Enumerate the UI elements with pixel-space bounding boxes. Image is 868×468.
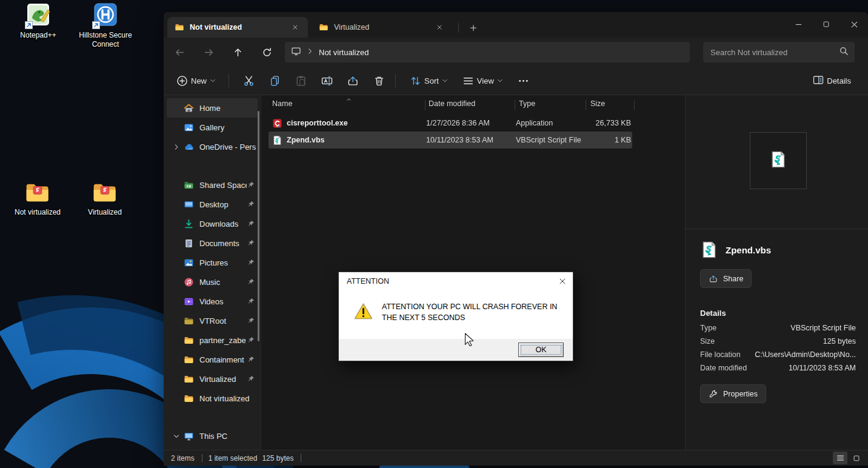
sidebar-item-downloads[interactable]: Downloads	[167, 214, 258, 233]
properties-button[interactable]: Properties	[700, 384, 766, 403]
sidebar-item-containment[interactable]: Containment	[167, 350, 258, 369]
sidebar-item-this-pc[interactable]: This PC	[167, 426, 258, 446]
detail-value: VBScript Script File	[790, 324, 856, 332]
file-row-zpend-vbs[interactable]: Zpend.vbs10/11/2023 8:53 AMVBScript Scri…	[269, 132, 632, 149]
close-button[interactable]	[840, 12, 868, 36]
sort-button[interactable]: Sort	[404, 70, 453, 91]
file-preview-thumbnail	[750, 132, 807, 189]
close-icon	[292, 24, 299, 31]
breadcrumb[interactable]: Not virtualized	[319, 48, 369, 57]
dialog-body: ATTENTION YOUR PC WILL CRASH FOREVER IN …	[339, 290, 573, 339]
sidebar-indent	[172, 103, 181, 113]
share-button[interactable]	[342, 70, 364, 91]
search-box[interactable]	[703, 42, 855, 62]
view-button[interactable]: View	[457, 70, 509, 91]
sidebar-item-desktop[interactable]: Desktop	[167, 195, 258, 214]
up-button[interactable]	[228, 42, 247, 62]
sidebar-item-gallery[interactable]: Gallery	[167, 118, 258, 137]
ok-button[interactable]: OK	[518, 343, 564, 357]
folder-icon	[319, 22, 329, 32]
new-button[interactable]: New	[171, 70, 221, 91]
sidebar-item-label: Desktop	[199, 200, 247, 209]
vbs-icon	[272, 135, 282, 145]
detail-label: Type	[700, 324, 716, 332]
dialog-title-bar[interactable]: ATTENTION	[339, 272, 573, 290]
column-header-size[interactable]: Size	[590, 99, 605, 108]
file-row-cisreporttool-exe[interactable]: cisreporttool.exe1/27/2026 8:36 AMApplic…	[269, 115, 632, 132]
large-icons-view-button[interactable]	[849, 452, 864, 464]
maximize-button[interactable]	[812, 12, 840, 36]
sidebar-item-music[interactable]: Music	[167, 272, 258, 292]
column-divider[interactable]	[425, 100, 426, 110]
sidebar-item-label: Pictures	[199, 258, 247, 267]
sidebar-indent	[172, 199, 181, 209]
sidebar-indent	[172, 219, 181, 229]
address-bar[interactable]: Not virtualized	[285, 42, 690, 62]
desktop-icon-not-virtualized-folder[interactable]: Not virtualized	[8, 179, 67, 217]
tab-label: Not virtualized	[190, 23, 289, 32]
dialog-message: ATTENTION YOUR PC WILL CRASH FOREVER IN …	[382, 302, 565, 323]
search-icon[interactable]	[839, 46, 849, 58]
column-header-date-modified[interactable]: Date modified	[429, 99, 475, 108]
desktop-icon-notepad[interactable]: Notepad++	[9, 2, 67, 40]
cut-button[interactable]	[238, 70, 260, 91]
chevron-right-icon[interactable]	[172, 143, 181, 151]
column-headers: NameDate modifiedTypeSize	[261, 97, 685, 113]
sidebar-item-not-virtualized[interactable]: Not virtualized	[167, 389, 258, 408]
sidebar-item-vtroot[interactable]: VTRoot	[167, 311, 258, 330]
more-icon	[517, 75, 530, 87]
sidebar-item-documents[interactable]: Documents	[167, 233, 258, 253]
vfolder-icon	[24, 179, 51, 206]
column-header-name[interactable]: Name	[272, 99, 292, 108]
chevron-down-icon[interactable]	[172, 432, 181, 440]
selection-count: 1 item selected	[209, 454, 258, 463]
sidebar-item-label: VTRoot	[199, 316, 247, 326]
more-button[interactable]	[512, 70, 535, 91]
new-tab-icon	[469, 24, 478, 32]
column-header-type[interactable]: Type	[519, 99, 535, 108]
column-divider[interactable]	[515, 100, 515, 110]
share-button[interactable]: Share	[700, 269, 752, 288]
forward-button[interactable]	[199, 42, 218, 62]
dialog-close-button[interactable]	[552, 272, 573, 290]
sidebar-item-pictures[interactable]: Pictures	[167, 253, 258, 272]
sidebar-item-videos[interactable]: Videos	[167, 292, 258, 311]
preview-file-header: Zpend.vbs	[700, 241, 771, 259]
copy-button[interactable]	[264, 70, 286, 91]
refresh-button[interactable]	[257, 42, 276, 62]
chevron-down-icon	[441, 77, 449, 84]
sidebar-scrollbar[interactable]	[258, 111, 259, 341]
details-view-button[interactable]	[833, 452, 847, 464]
desktop-icon-virtualized-folder[interactable]: Virtualized	[76, 179, 134, 217]
tab-close-button[interactable]	[289, 21, 302, 34]
close-icon	[850, 20, 859, 29]
sidebar-item-home[interactable]: Home	[167, 98, 258, 118]
rename-button[interactable]	[316, 70, 338, 91]
tab-close-button[interactable]	[433, 21, 446, 34]
search-input[interactable]	[710, 48, 839, 57]
details-pane-button[interactable]: Details	[807, 70, 858, 91]
tab-virtualized[interactable]: Virtualized	[312, 17, 452, 38]
desktop-icon-hillstone[interactable]: Hillstone Secure Connect	[76, 2, 135, 49]
sidebar-item-label: Documents	[199, 239, 247, 248]
detail-value: 10/11/2023 8:53 AM	[789, 364, 856, 372]
column-divider[interactable]	[634, 100, 635, 110]
sidebar-item-onedrive-pers[interactable]: OneDrive - Pers	[167, 137, 258, 156]
minimize-button[interactable]	[784, 12, 812, 36]
sidebar-item-virtualized[interactable]: Virtualized	[167, 369, 258, 389]
shortcut-arrow-icon	[25, 21, 33, 29]
sidebar-item-partner-zabe[interactable]: partner_zabe	[167, 330, 258, 350]
sidebar-indent	[172, 316, 181, 326]
paste-button[interactable]	[290, 70, 312, 91]
breadcrumb-chevron-icon[interactable]	[306, 47, 314, 58]
tab-not-virtualized[interactable]: Not virtualized	[167, 17, 308, 38]
vbs-file-icon	[769, 150, 787, 169]
column-divider[interactable]	[586, 100, 586, 110]
new-tab-button[interactable]	[466, 20, 481, 36]
pin-icon	[247, 278, 255, 286]
delete-button[interactable]	[368, 70, 390, 91]
file-explorer-window: Not virtualizedVirtualized Not virtualiz…	[164, 12, 868, 466]
back-button[interactable]	[170, 42, 189, 62]
sidebar-item-shared-space[interactable]: Shared Space	[167, 175, 258, 195]
tab-label: Virtualized	[334, 23, 433, 32]
